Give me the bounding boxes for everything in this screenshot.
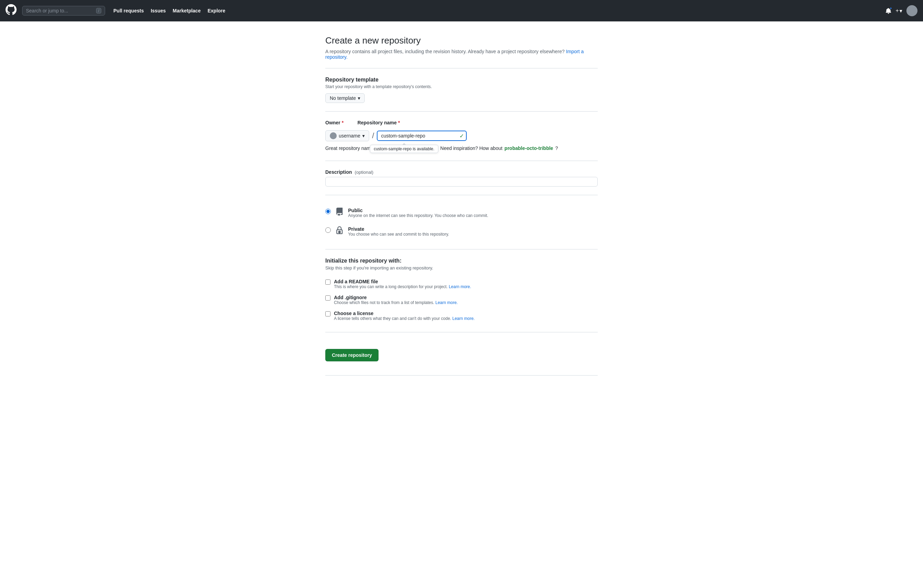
search-kbd: / — [96, 8, 101, 13]
readme-checkbox[interactable] — [325, 280, 330, 285]
divider-2 — [325, 111, 598, 111]
nav-marketplace[interactable]: Marketplace — [173, 8, 201, 13]
repo-name-input[interactable] — [377, 131, 467, 141]
divider-4 — [325, 195, 598, 195]
divider-6 — [325, 332, 598, 332]
license-learn-more[interactable]: Learn more. — [453, 316, 475, 321]
visibility-public-option: Public Anyone on the internet can see th… — [325, 203, 598, 222]
license-checkbox[interactable] — [325, 311, 330, 316]
owner-avatar — [330, 132, 337, 139]
visibility-private-option: Private You choose who can see and commi… — [325, 222, 598, 241]
nav-issues[interactable]: Issues — [151, 8, 166, 13]
avatar[interactable] — [907, 5, 918, 16]
page-title: Create a new repository — [325, 35, 598, 46]
nav-links: Pull requests Issues Marketplace Explore — [113, 8, 225, 13]
owner-repo-row: username ▾ / ✓ — [325, 130, 598, 141]
owner-name: username — [339, 133, 360, 139]
private-label[interactable]: Private You choose who can see and commi… — [348, 226, 449, 237]
suggestion-link[interactable]: probable-octo-tribble — [504, 146, 553, 151]
license-option: Choose a license A license tells others … — [325, 308, 598, 324]
public-radio[interactable] — [325, 209, 331, 214]
need-inspiration-text: Need inspiration? How about — [440, 146, 503, 151]
github-logo-icon[interactable] — [5, 4, 16, 17]
divider-1 — [325, 68, 598, 69]
owner-select[interactable]: username ▾ — [325, 130, 369, 141]
private-label-title: Private — [348, 226, 449, 232]
public-icon — [335, 208, 344, 218]
init-desc: Skip this step if you're importing an ex… — [325, 265, 598, 270]
template-dropdown-label: No template — [330, 95, 356, 101]
repo-availability-row: Great repository name! custom-sample-rep… — [325, 144, 598, 152]
nav-explore[interactable]: Explore — [207, 8, 225, 13]
template-dropdown-chevron: ▾ — [358, 95, 360, 101]
main-content: Create a new repository A repository con… — [320, 21, 603, 403]
divider-3 — [325, 161, 598, 161]
private-radio[interactable] — [325, 227, 331, 233]
template-desc: Start your repository with a template re… — [325, 84, 598, 89]
repo-required-star: * — [398, 120, 400, 125]
readme-label-title: Add a README file — [334, 279, 471, 284]
license-label-title: Choose a license — [334, 311, 475, 316]
divider-5 — [325, 249, 598, 249]
availability-tooltip: custom-sample-repo is available. — [370, 145, 438, 153]
template-section: Repository template Start your repositor… — [325, 77, 598, 103]
plus-chevron: ▾ — [900, 8, 902, 14]
owner-required-star: * — [342, 120, 343, 125]
question-mark: ? — [555, 146, 558, 151]
great-repo-text: Great repository name! — [325, 146, 375, 151]
gitignore-label-title: Add .gitignore — [334, 295, 458, 300]
license-label[interactable]: Choose a license A license tells others … — [334, 311, 475, 321]
slash-divider: / — [372, 131, 374, 140]
gitignore-option: Add .gitignore Choose which files not to… — [325, 292, 598, 308]
init-title: Initialize this repository with: — [325, 258, 598, 264]
init-section: Initialize this repository with: Skip th… — [325, 258, 598, 324]
repo-name-checkmark: ✓ — [460, 133, 464, 139]
description-input[interactable] — [325, 177, 598, 187]
description-optional: (optional) — [355, 170, 373, 175]
gitignore-learn-more[interactable]: Learn more. — [435, 300, 458, 305]
private-label-desc: You choose who can see and commit to thi… — [348, 232, 449, 237]
navbar: / Pull requests Issues Marketplace Explo… — [0, 0, 923, 21]
page-subtitle: A repository contains all project files,… — [325, 49, 598, 60]
public-label[interactable]: Public Anyone on the internet can see th… — [348, 208, 488, 218]
nav-pull-requests[interactable]: Pull requests — [113, 8, 144, 13]
repo-name-label: Repository name * — [358, 120, 400, 125]
readme-option: Add a README file This is where you can … — [325, 276, 598, 292]
template-title: Repository template — [325, 77, 598, 83]
bottom-divider — [325, 375, 598, 375]
readme-label-desc: This is where you can write a long descr… — [334, 284, 471, 289]
notification-dot — [890, 7, 892, 10]
plus-icon: + — [896, 8, 899, 14]
private-icon — [335, 226, 344, 237]
owner-label: Owner * — [325, 120, 343, 125]
gitignore-label[interactable]: Add .gitignore Choose which files not to… — [334, 295, 458, 305]
create-repository-button[interactable]: Create repository — [325, 349, 379, 361]
public-label-desc: Anyone on the internet can see this repo… — [348, 213, 488, 218]
readme-learn-more[interactable]: Learn more. — [449, 284, 471, 289]
license-label-desc: A license tells others what they can and… — [334, 316, 475, 321]
gitignore-label-desc: Choose which files not to track from a l… — [334, 300, 458, 305]
search-input[interactable] — [26, 8, 94, 13]
owner-repo-section: Owner * Repository name * username ▾ / ✓ — [325, 120, 598, 152]
template-dropdown[interactable]: No template ▾ — [325, 93, 365, 103]
owner-chevron: ▾ — [362, 133, 365, 139]
search-bar[interactable]: / — [22, 6, 105, 16]
description-label: Description (optional) — [325, 169, 598, 175]
navbar-right: + ▾ — [885, 5, 918, 16]
readme-label[interactable]: Add a README file This is where you can … — [334, 279, 471, 289]
public-label-title: Public — [348, 208, 488, 213]
gitignore-checkbox[interactable] — [325, 295, 330, 301]
visibility-section: Public Anyone on the internet can see th… — [325, 203, 598, 241]
repo-name-wrapper: ✓ — [377, 131, 467, 141]
description-section: Description (optional) — [325, 169, 598, 187]
new-menu-button[interactable]: + ▾ — [896, 8, 902, 14]
notifications-button[interactable] — [885, 8, 892, 14]
